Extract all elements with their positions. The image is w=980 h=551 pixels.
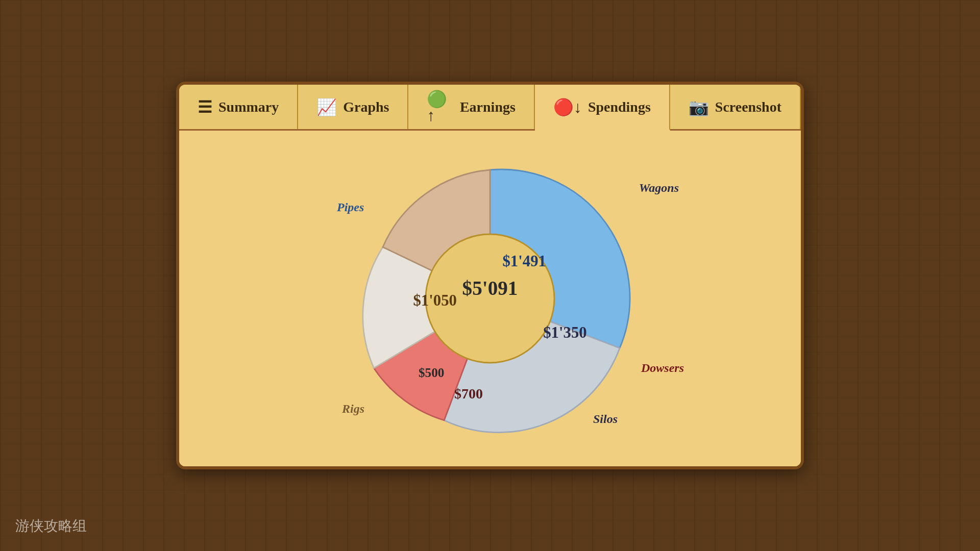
tab-summary[interactable]: ☰ Summary xyxy=(179,85,298,129)
dowsers-label: Dowsers xyxy=(641,361,684,375)
tab-earnings[interactable]: 🟢↑ Earnings xyxy=(408,85,534,129)
tab-bar: ☰ Summary 📈 Graphs 🟢↑ Earnings 🔴↓ Spendi… xyxy=(179,85,801,131)
rigs-label: Rigs xyxy=(342,402,364,416)
graphs-icon: 📈 xyxy=(316,99,337,115)
tab-spendings-label: Spendings xyxy=(588,99,651,115)
rigs-value: $1'050 xyxy=(413,292,457,309)
summary-icon: ☰ xyxy=(198,99,212,115)
pipes-label: Pipes xyxy=(337,201,364,214)
pie-chart: Pipes Wagons Dowsers Silos Rigs xyxy=(347,156,633,441)
watermark-text: 游侠攻略组 xyxy=(15,516,87,536)
wagons-label: Wagons xyxy=(639,181,679,195)
main-window: ☰ Summary 📈 Graphs 🟢↑ Earnings 🔴↓ Spendi… xyxy=(176,82,804,469)
tab-spendings[interactable]: 🔴↓ Spendings xyxy=(535,85,670,131)
spendings-icon: 🔴↓ xyxy=(553,99,582,115)
tab-graphs[interactable]: 📈 Graphs xyxy=(298,85,408,129)
main-content: Pipes Wagons Dowsers Silos Rigs xyxy=(179,131,801,466)
tab-graphs-label: Graphs xyxy=(343,99,389,115)
tab-screenshot[interactable]: 📷 Screenshot xyxy=(670,85,801,129)
tab-summary-label: Summary xyxy=(218,99,279,115)
screenshot-icon: 📷 xyxy=(689,99,709,115)
tab-screenshot-label: Screenshot xyxy=(715,99,781,115)
dowsers-value: $700 xyxy=(454,386,483,402)
silos-label: Silos xyxy=(593,412,618,426)
silos-value: $500 xyxy=(419,366,444,380)
earnings-icon: 🟢↑ xyxy=(427,91,453,123)
wagons-value: $1'350 xyxy=(543,324,587,341)
total-value: $5'091 xyxy=(462,277,518,299)
tab-earnings-label: Earnings xyxy=(460,99,516,115)
pipes-value: $1'491 xyxy=(502,253,546,270)
donut-svg: $5'091 $1'491 $1'350 $700 $500 $1'050 xyxy=(347,156,633,441)
